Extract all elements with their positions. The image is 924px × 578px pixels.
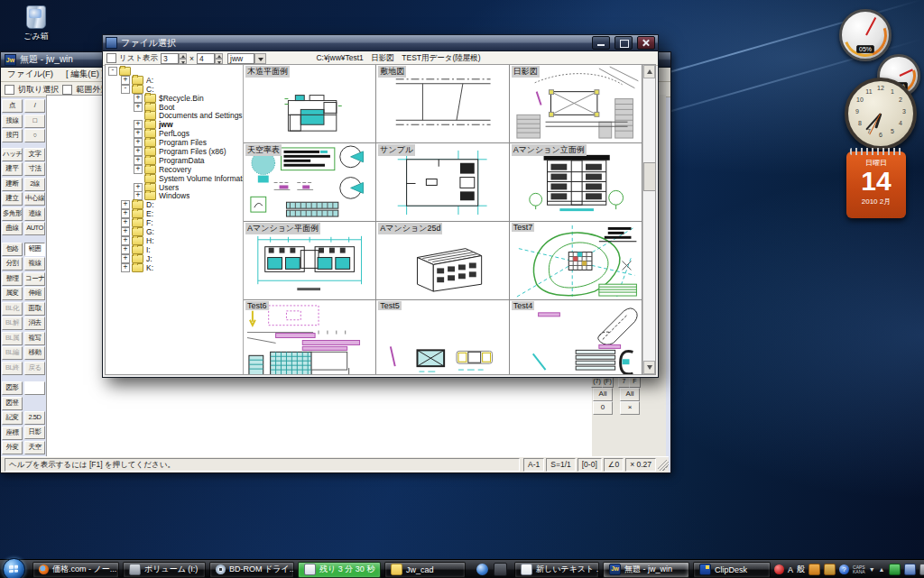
layer-all-button[interactable]: All <box>593 388 613 401</box>
tool-figure[interactable]: 図形 <box>2 381 23 395</box>
layer-num-button[interactable]: 0 <box>593 401 613 415</box>
tool-horaku[interactable]: 包絡 <box>2 243 23 256</box>
tree-expander[interactable]: - <box>108 67 117 76</box>
tool-erase[interactable]: 消去 <box>24 317 45 330</box>
quicklaunch-orb-icon[interactable] <box>476 564 488 575</box>
tree-item-label[interactable]: K: <box>146 263 153 272</box>
dialog-title-bar[interactable]: ファイル選択 <box>103 35 658 51</box>
file-thumbnail[interactable]: 木造平面例 <box>244 65 376 143</box>
cut-select-checkbox[interactable] <box>5 85 14 95</box>
tree-item-label[interactable]: I: <box>146 245 151 254</box>
tree-item-label-selected[interactable]: jww <box>159 120 173 129</box>
display-icon[interactable] <box>904 564 916 575</box>
file-thumbnail[interactable]: サンプル <box>376 143 509 222</box>
taskbar-button-jwcad-folder[interactable]: Jw_cad <box>384 562 466 578</box>
tree-item-label[interactable]: Program Files (x86) <box>159 147 226 156</box>
start-button[interactable] <box>3 558 25 578</box>
tool-chamfer[interactable]: 面取 <box>24 302 45 316</box>
tool-dimension[interactable]: 寸法 <box>24 162 45 176</box>
file-thumbnail[interactable]: 敷地図 <box>376 65 509 143</box>
tool-curve[interactable]: 曲線 <box>2 222 23 235</box>
tool-sky[interactable]: 天空 <box>24 441 45 454</box>
tree-item-label[interactable]: Documents and Settings <box>159 111 243 120</box>
scroll-up-button[interactable] <box>643 65 655 78</box>
file-thumbnail[interactable]: Test7 <box>510 222 642 300</box>
taskbar-button-volume-drive[interactable]: ボリューム (I:) <box>123 562 206 578</box>
vertical-scrollbar[interactable] <box>642 65 655 374</box>
tool-bl-attr[interactable]: BL属 <box>2 332 23 345</box>
zoom-indicator[interactable]: × 0.27 <box>625 458 656 472</box>
tool-circle[interactable]: ○ <box>24 129 45 142</box>
tree-item-label[interactable]: ProgramData <box>159 156 205 165</box>
tool-coords[interactable]: 座標 <box>2 427 23 440</box>
taskbar-button-text-file[interactable]: 新しいテキスト ... <box>514 562 599 578</box>
scrollbar-track[interactable] <box>643 78 655 361</box>
tool-undo[interactable]: 戻る <box>24 362 45 375</box>
file-thumbnail[interactable]: 日影図 <box>510 65 642 143</box>
tree-item-label[interactable]: $Recycle.Bin <box>159 94 204 103</box>
tablet-driver-icon[interactable] <box>774 564 784 574</box>
tool-range[interactable]: 範囲 <box>24 243 45 256</box>
layer-button-f[interactable]: (F) <box>602 377 614 388</box>
tree-expander[interactable]: + <box>121 263 130 272</box>
tool-bl-edit[interactable]: BL編 <box>2 346 23 360</box>
tree-item-label[interactable]: Program Files <box>159 138 207 147</box>
tool-centerline[interactable]: 中心線 <box>24 192 45 206</box>
tool-bl-release[interactable]: BL解 <box>2 317 23 330</box>
tool-copy[interactable]: 複写 <box>24 332 45 345</box>
ime-options-arrow[interactable]: ▼ <box>869 566 875 573</box>
file-thumbnail[interactable]: Aマンション立面例 <box>510 143 642 222</box>
tool-line[interactable]: / <box>24 99 45 113</box>
cols-down-button[interactable] <box>215 59 223 64</box>
group-button-f[interactable]: F <box>629 377 641 388</box>
taskbar-button-bdrom[interactable]: BD-ROM ドライ... <box>209 562 294 578</box>
tool-polyline[interactable]: 連線 <box>24 207 45 221</box>
group-all-button[interactable]: All <box>620 388 640 401</box>
close-button[interactable] <box>637 36 655 50</box>
tree-item-label[interactable]: System Volume Information <box>159 174 243 183</box>
file-thumbnail[interactable]: Aマンション25d <box>376 222 509 300</box>
tree-expander[interactable]: + <box>134 165 143 174</box>
tree-item-label[interactable]: H: <box>146 236 154 245</box>
tree-item-label[interactable]: Recovery <box>159 165 191 174</box>
ime-input-mode[interactable]: A <box>788 565 793 574</box>
list-view-checkbox[interactable] <box>106 53 116 63</box>
tree-expander[interactable]: - <box>121 85 130 94</box>
ime-conversion-mode[interactable]: 般 <box>797 564 805 575</box>
cols-spinner[interactable]: 4 <box>197 53 223 64</box>
resize-grip[interactable] <box>658 460 669 471</box>
tree-item-label[interactable]: F: <box>146 218 153 227</box>
taskbar-button-browser[interactable]: 価格.com - ノー... <box>32 562 119 578</box>
tree-item-label[interactable]: J: <box>146 254 152 263</box>
tree-item-label[interactable]: E: <box>146 209 153 218</box>
tool-kenpei[interactable]: 建平 <box>2 162 23 176</box>
tool-memo-change[interactable]: 記変 <box>2 411 23 425</box>
tool-offset[interactable]: 複線 <box>24 257 45 271</box>
calendar-gadget[interactable]: 日曜日 14 2010 2月 <box>846 151 906 218</box>
show-hidden-icons-arrow[interactable]: ▲ <box>879 566 885 573</box>
help-icon[interactable]: ? <box>839 564 849 574</box>
scale-button[interactable]: S=1/1 <box>546 458 575 472</box>
rows-value[interactable]: 3 <box>161 53 179 64</box>
tool-corner[interactable]: コーナー <box>24 272 45 286</box>
outside-select-checkbox[interactable] <box>62 85 72 95</box>
security-icon[interactable] <box>889 564 901 575</box>
tool-bl-make[interactable]: BL化 <box>2 302 23 316</box>
clock-gadget[interactable]: 12 1 2 3 4 5 6 7 8 9 10 11 <box>845 78 917 150</box>
tree-item-label[interactable]: Boot <box>159 103 175 112</box>
rows-down-button[interactable] <box>179 59 187 64</box>
tool-point[interactable]: 点 <box>2 99 23 113</box>
cpu-meter-gadget[interactable]: 05% <box>839 9 892 61</box>
quicklaunch-window-icon[interactable] <box>494 563 507 576</box>
tool-shadow[interactable]: 日影 <box>24 426 45 439</box>
tree-expander[interactable]: + <box>134 103 143 112</box>
tool-25d[interactable]: 2.5D <box>24 411 45 425</box>
tool-kenritsu[interactable]: 建立 <box>2 192 23 206</box>
file-thumbnail[interactable]: 天空率表 <box>244 143 376 222</box>
group-off-button[interactable]: × <box>620 401 640 415</box>
tool-blank[interactable] <box>24 381 45 395</box>
menu-file[interactable]: ファイル(F) <box>1 69 60 80</box>
tool-hatch[interactable]: ハッチ <box>2 148 23 161</box>
file-thumbnail[interactable]: Test6 <box>244 300 376 374</box>
maximize-button[interactable] <box>614 36 633 50</box>
